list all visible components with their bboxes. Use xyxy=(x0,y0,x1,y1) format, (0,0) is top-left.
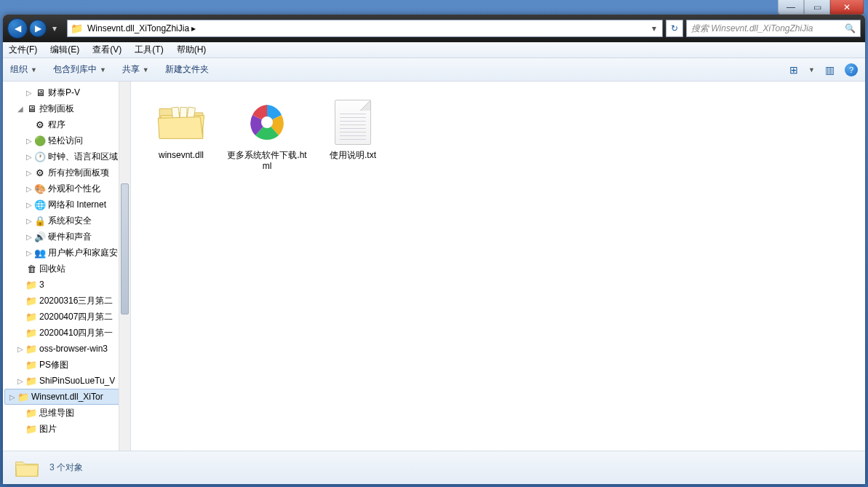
expander-icon[interactable]: ▷ xyxy=(16,345,25,353)
view-mode-button[interactable]: ⊞ xyxy=(789,64,798,76)
file-list[interactable]: winsevnt.dll更多系统软件下载.html使用说明.txt xyxy=(131,82,865,451)
new-folder-button[interactable]: 新建文件夹 xyxy=(165,63,209,76)
expander-icon[interactable]: ▷ xyxy=(25,233,33,241)
menu-file[interactable]: 文件(F) xyxy=(9,44,37,56)
tree-item[interactable]: ▷🔊硬件和声音 xyxy=(3,229,130,245)
explorer-window: ◀ ▶ ▾ 📁 Winsevnt.dll_XiTongZhiJia ▸ ▾ ↻ … xyxy=(3,15,865,484)
tree-item[interactable]: ⚙程序 xyxy=(3,116,130,132)
close-button[interactable]: ✕ xyxy=(830,0,864,15)
tree-label: 20200410四月第一 xyxy=(39,327,113,339)
tree-label: 所有控制面板项 xyxy=(48,167,109,179)
tree-icon: 📁 xyxy=(25,344,38,355)
sidebar-scrollbar[interactable] xyxy=(119,82,130,451)
preview-pane-button[interactable]: ▥ xyxy=(825,64,835,76)
menu-bar: 文件(F) 编辑(E) 查看(V) 工具(T) 帮助(H) xyxy=(3,42,865,58)
menu-view[interactable]: 查看(V) xyxy=(92,44,122,56)
menu-tools[interactable]: 工具(T) xyxy=(135,44,163,56)
tree-label: 3 xyxy=(39,280,44,290)
tree-item[interactable]: 📁20200407四月第二 xyxy=(3,309,130,325)
maximize-button[interactable]: ▭ xyxy=(804,0,830,15)
share-button[interactable]: 共享▼ xyxy=(122,63,149,76)
back-button[interactable]: ◀ xyxy=(7,18,28,39)
scrollbar-thumb[interactable] xyxy=(121,183,129,314)
tree-item[interactable]: ▷🖥财泰P-V xyxy=(3,84,130,100)
tree-item[interactable]: ▷📁oss-browser-win3 xyxy=(3,341,130,357)
tree-label: Winsevnt.dll_XiTor xyxy=(31,392,103,402)
expander-icon[interactable]: ▷ xyxy=(25,249,33,257)
expander-icon[interactable]: ▷ xyxy=(16,377,25,385)
tree-label: 系统和安全 xyxy=(48,215,92,227)
tree-item[interactable]: 📁思维导图 xyxy=(3,405,130,421)
tree-label: 回收站 xyxy=(39,263,65,275)
tree-item[interactable]: ▷📁Winsevnt.dll_XiTor xyxy=(4,389,129,405)
tree-label: 图片 xyxy=(39,423,57,435)
tree-icon: 📁 xyxy=(25,360,38,371)
history-dropdown[interactable]: ▾ xyxy=(49,23,60,33)
address-dropdown[interactable]: ▾ xyxy=(649,23,659,33)
tree-label: 思维导图 xyxy=(39,407,74,419)
tree-item[interactable]: ▷📁ShiPinSuoLueTu_V xyxy=(3,373,130,389)
tree-icon: 📁 xyxy=(25,424,38,435)
expander-icon[interactable]: ▷ xyxy=(25,89,33,97)
file-item[interactable]: 使用说明.txt xyxy=(313,92,393,179)
tree-item[interactable]: 📁3 xyxy=(3,277,130,293)
tree-item[interactable]: ▷👥用户帐户和家庭安 xyxy=(3,245,130,261)
tree-icon: 🗑 xyxy=(25,264,38,274)
expander-icon[interactable]: ▷ xyxy=(8,393,17,401)
tree-item[interactable]: 📁20200410四月第一 xyxy=(3,325,130,341)
folder-icon: 📁 xyxy=(71,23,83,34)
minimize-button[interactable]: — xyxy=(778,0,804,15)
tree-item[interactable]: 📁20200316三月第二 xyxy=(3,293,130,309)
tree-icon: 📁 xyxy=(17,392,30,403)
tree-icon: 🖥 xyxy=(33,87,47,98)
tree-label: 硬件和声音 xyxy=(48,231,92,243)
navigation-tree[interactable]: ▷🖥财泰P-V◢🖥控制面板⚙程序▷🟢轻松访问▷🕐时钟、语言和区域▷⚙所有控制面板… xyxy=(3,82,131,451)
search-input[interactable]: 搜索 Winsevnt.dll_XiTongZhiJia 🔍 xyxy=(686,20,861,37)
help-button[interactable]: ? xyxy=(845,63,858,76)
file-label: winsevnt.dll xyxy=(159,150,204,161)
tree-icon: 🌐 xyxy=(33,199,47,210)
menu-edit[interactable]: 编辑(E) xyxy=(50,44,79,56)
expander-icon[interactable]: ▷ xyxy=(25,153,33,161)
file-label: 更多系统软件下载.html xyxy=(227,150,307,172)
expander-icon[interactable]: ▷ xyxy=(25,201,33,209)
expander-icon[interactable]: ▷ xyxy=(25,169,33,177)
organize-button[interactable]: 组织▼ xyxy=(10,63,37,76)
expander-icon[interactable]: ▷ xyxy=(25,217,33,225)
tree-icon: 📁 xyxy=(25,376,38,387)
expander-icon[interactable]: ◢ xyxy=(16,105,25,113)
tree-icon: 📁 xyxy=(25,296,38,306)
include-button[interactable]: 包含到库中▼ xyxy=(53,63,106,76)
tree-label: PS修图 xyxy=(39,359,68,371)
svg-point-4 xyxy=(261,116,273,128)
tree-item[interactable]: ▷⚙所有控制面板项 xyxy=(3,165,130,181)
tree-item[interactable]: ◢🖥控制面板 xyxy=(3,100,130,116)
tree-item[interactable]: ▷🟢轻松访问 xyxy=(3,132,130,149)
tree-icon: 🔊 xyxy=(33,231,47,242)
file-item[interactable]: winsevnt.dll xyxy=(141,92,221,179)
tree-label: 财泰P-V xyxy=(48,87,80,99)
tree-label: 控制面板 xyxy=(39,103,74,115)
expander-icon[interactable]: ▷ xyxy=(25,137,33,145)
tree-icon: 👥 xyxy=(33,248,47,258)
menu-help[interactable]: 帮助(H) xyxy=(177,44,207,56)
search-icon[interactable]: 🔍 xyxy=(845,23,856,33)
tree-item[interactable]: ▷🔒系统和安全 xyxy=(3,213,130,229)
tree-icon: 🕐 xyxy=(33,151,47,162)
tree-label: 程序 xyxy=(48,119,65,131)
tree-item[interactable]: 📁图片 xyxy=(3,421,130,437)
tree-item[interactable]: ▷🎨外观和个性化 xyxy=(3,181,130,197)
expander-icon[interactable]: ▷ xyxy=(25,185,33,193)
tree-item[interactable]: ▷🌐网络和 Internet xyxy=(3,197,130,213)
address-text: Winsevnt.dll_XiTongZhiJia ▸ xyxy=(87,23,645,33)
tree-label: 轻松访问 xyxy=(48,135,83,147)
toolbar: 组织▼ 包含到库中▼ 共享▼ 新建文件夹 ⊞ ▼ ▥ ? xyxy=(3,58,865,82)
tree-item[interactable]: 🗑回收站 xyxy=(3,261,130,277)
tree-item[interactable]: ▷🕐时钟、语言和区域 xyxy=(3,149,130,165)
address-bar[interactable]: 📁 Winsevnt.dll_XiTongZhiJia ▸ ▾ xyxy=(67,20,663,37)
forward-button[interactable]: ▶ xyxy=(29,20,47,37)
file-label: 使用说明.txt xyxy=(330,150,376,161)
tree-item[interactable]: 📁PS修图 xyxy=(3,357,130,373)
file-item[interactable]: 更多系统软件下载.html xyxy=(227,92,307,179)
refresh-button[interactable]: ↻ xyxy=(666,20,683,37)
